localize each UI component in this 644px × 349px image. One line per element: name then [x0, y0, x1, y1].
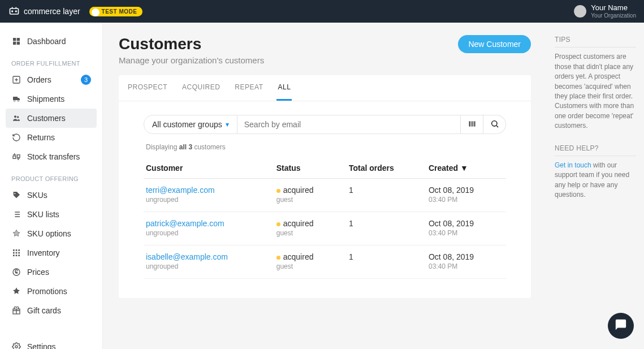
sidebar-heading-product: PRODUCT OFFERING — [6, 166, 97, 186]
svg-rect-16 — [16, 249, 18, 251]
sidebar-item-dashboard[interactable]: Dashboard — [6, 32, 97, 51]
tab-repeat[interactable]: REPEAT — [234, 75, 264, 101]
search-input[interactable] — [237, 115, 461, 134]
sidebar-item-label: Shipments — [27, 94, 64, 104]
status-dot-icon — [276, 189, 280, 193]
col-status[interactable]: Status — [274, 159, 347, 179]
col-orders[interactable]: Total orders — [347, 159, 426, 179]
table-row[interactable]: terri@example.comungrouped acquiredguest… — [144, 179, 506, 212]
svg-rect-29 — [472, 121, 472, 126]
sidebar-item-label: SKU lists — [27, 210, 59, 219]
group-select[interactable]: All customer groups ▾ — [144, 115, 237, 134]
svg-rect-19 — [16, 252, 18, 254]
sidebar-item-label: Prices — [27, 268, 49, 277]
card: PROSPECT ACQUIRED REPEAT ALL All custome… — [119, 75, 531, 298]
tab-prospect[interactable]: PROSPECT — [127, 75, 168, 101]
gift-cards-icon — [11, 305, 21, 316]
brand-text: commerce layer — [24, 7, 80, 16]
customer-email[interactable]: patrick@example.com — [146, 219, 272, 228]
customer-group: ungrouped — [146, 229, 272, 237]
svg-point-14 — [14, 193, 15, 194]
orders-value: 1 — [347, 212, 426, 245]
status-value: acquired — [276, 252, 344, 261]
status-sub: guest — [276, 229, 344, 237]
customer-group: ungrouped — [146, 196, 272, 204]
svg-rect-12 — [13, 156, 16, 159]
sidebar-item-sku-options[interactable]: SKU options — [6, 224, 97, 243]
svg-point-9 — [18, 100, 19, 102]
customer-group: ungrouped — [146, 262, 272, 270]
sidebar-item-customers[interactable]: Customers — [6, 109, 97, 128]
sidebar-item-shipments[interactable]: Shipments — [6, 89, 97, 109]
created-time: 03:40 PM — [429, 229, 504, 237]
sidebar-item-sku-lists[interactable]: SKU lists — [6, 205, 97, 224]
card-inner: All customer groups ▾ Displaying all 3 c… — [119, 101, 531, 298]
user-menu[interactable]: Your Name Your Organization — [574, 4, 636, 18]
created-date: Oct 08, 2019 — [429, 252, 504, 261]
sku-options-icon — [11, 229, 21, 239]
orders-value: 1 — [347, 245, 426, 279]
gear-icon — [11, 342, 21, 349]
help-link[interactable]: Get in touch — [555, 161, 591, 169]
svg-rect-31 — [474, 121, 475, 126]
sidebar-item-orders[interactable]: Orders 3 — [6, 70, 97, 89]
user-name: Your Name — [591, 4, 636, 12]
created-time: 03:40 PM — [429, 196, 504, 204]
search-button[interactable] — [483, 115, 506, 134]
tips-section: TIPS Prospect customers are those that d… — [555, 35, 636, 131]
svg-rect-13 — [17, 155, 20, 158]
customer-email[interactable]: terri@example.com — [146, 186, 272, 195]
barcode-scan-button[interactable] — [461, 115, 483, 134]
user-org: Your Organization — [591, 12, 636, 19]
table-row[interactable]: patrick@example.comungrouped acquiredgue… — [144, 212, 506, 245]
svg-point-10 — [14, 115, 16, 118]
logo[interactable]: commerce layer — [8, 5, 80, 18]
chat-bubble[interactable] — [608, 313, 634, 339]
title-row: Customers Manage your organization's cus… — [119, 35, 531, 65]
count-line: Displaying all 3 customers — [144, 143, 506, 151]
sidebar-item-label: Promotions — [27, 287, 67, 296]
status-dot-icon — [276, 222, 280, 226]
sidebar-item-label: Settings — [27, 342, 56, 349]
group-select-label: All customer groups — [152, 120, 222, 129]
svg-rect-27 — [469, 121, 469, 126]
sidebar-item-prices[interactable]: Prices — [6, 262, 97, 282]
svg-rect-18 — [13, 252, 15, 254]
shipments-icon — [11, 94, 21, 104]
col-created[interactable]: Created ▼ — [426, 159, 506, 179]
customers-icon — [11, 113, 21, 123]
svg-rect-28 — [470, 121, 471, 126]
sidebar-item-returns[interactable]: Returns — [6, 128, 97, 147]
svg-rect-0 — [10, 8, 19, 14]
help-heading: NEED HELP? — [555, 144, 636, 156]
sidebar-item-promotions[interactable]: Promotions — [6, 282, 97, 301]
sidebar-item-label: Customers — [27, 114, 66, 123]
sidebar-item-stock-transfers[interactable]: Stock transfers — [6, 147, 97, 166]
sku-lists-icon — [11, 209, 21, 219]
customer-email[interactable]: isabelle@example.com — [146, 252, 272, 261]
layout: Dashboard ORDER FULFILLMENT Orders 3 Shi… — [0, 23, 644, 349]
sidebar-item-label: SKUs — [27, 191, 47, 200]
sidebar-item-gift-cards[interactable]: Gift cards — [6, 301, 97, 320]
tab-all[interactable]: ALL — [276, 75, 292, 101]
chat-icon — [615, 318, 627, 333]
inventory-icon — [11, 248, 21, 258]
orders-badge: 3 — [81, 75, 91, 85]
svg-rect-3 — [13, 38, 16, 41]
sidebar-item-label: Dashboard — [27, 37, 66, 46]
help-section: NEED HELP? Get in touch with our support… — [555, 144, 636, 200]
test-mode-toggle[interactable]: TEST MODE — [89, 7, 143, 16]
col-customer[interactable]: Customer — [144, 159, 274, 179]
tab-acquired[interactable]: ACQUIRED — [181, 75, 221, 101]
svg-point-26 — [15, 346, 18, 348]
status-sub: guest — [276, 262, 344, 270]
status-dot-icon — [276, 256, 280, 260]
sidebar-item-inventory[interactable]: Inventory — [6, 243, 97, 262]
status-value: acquired — [276, 219, 344, 228]
sidebar-item-skus[interactable]: SKUs — [6, 186, 97, 205]
svg-point-1 — [12, 11, 13, 12]
table-row[interactable]: isabelle@example.comungrouped acquiredgu… — [144, 245, 506, 279]
new-customer-button[interactable]: New Customer — [458, 35, 531, 53]
title-block: Customers Manage your organization's cus… — [119, 35, 264, 65]
sidebar-item-settings[interactable]: Settings — [6, 337, 97, 349]
